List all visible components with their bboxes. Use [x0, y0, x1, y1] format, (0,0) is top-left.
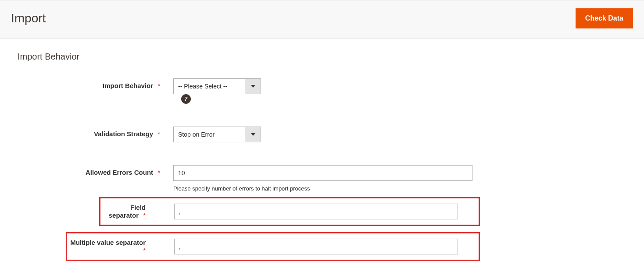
input-allowed-errors[interactable] [173, 165, 472, 181]
label-wrap: Import Behavior * [18, 78, 173, 90]
select-import-behavior[interactable]: -- Please Select -- [173, 78, 261, 94]
required-mark: * [158, 169, 160, 176]
input-multiple-value-separator[interactable] [174, 239, 458, 254]
select-validation-strategy[interactable]: Stop on Error [173, 127, 261, 142]
select-value: Stop on Error [174, 127, 245, 142]
note-allowed-errors: Please specify number of errors to halt … [173, 185, 472, 192]
chevron-down-icon [245, 79, 261, 94]
required-mark: * [143, 247, 146, 254]
label-wrap: Multiple value separator * [67, 239, 159, 254]
required-mark: * [143, 212, 146, 219]
row-allowed-errors: Allowed Errors Count * Please specify nu… [18, 165, 633, 192]
highlight-multiple-value-separator: Multiple value separator * [66, 232, 480, 261]
label-wrap: Allowed Errors Count * [18, 165, 173, 176]
label-multiple-value-separator: Multiple value separator [70, 239, 146, 246]
check-data-button[interactable]: Check Data [576, 8, 633, 28]
label-wrap: Field separator * [100, 204, 159, 219]
label-field-separator: Field separator [109, 204, 146, 219]
highlight-field-separator: Field separator * [99, 197, 480, 226]
page-title: Import [11, 11, 46, 25]
content-area: Import Behavior Import Behavior * -- Ple… [0, 39, 644, 261]
fieldset-legend: Import Behavior [18, 52, 633, 62]
control-validation-strategy: Stop on Error [173, 127, 261, 142]
row-import-behavior: Import Behavior * -- Please Select -- ? [18, 78, 633, 104]
input-field-separator[interactable] [174, 204, 458, 219]
label-wrap: Validation Strategy * [18, 127, 173, 138]
help-icon[interactable]: ? [181, 94, 191, 104]
label-import-behavior: Import Behavior [103, 82, 153, 89]
required-mark: * [158, 130, 160, 138]
required-mark: * [158, 82, 160, 89]
label-validation-strategy: Validation Strategy [94, 130, 153, 138]
chevron-down-icon [245, 127, 261, 142]
row-validation-strategy: Validation Strategy * Stop on Error [18, 127, 633, 142]
control-multiple-value-separator [159, 239, 458, 254]
control-import-behavior: -- Please Select -- ? [173, 78, 261, 104]
select-value: -- Please Select -- [174, 79, 245, 94]
page-header: Import Check Data [0, 0, 644, 39]
control-field-separator [159, 204, 458, 219]
label-allowed-errors: Allowed Errors Count [86, 169, 153, 176]
control-allowed-errors: Please specify number of errors to halt … [173, 165, 472, 192]
